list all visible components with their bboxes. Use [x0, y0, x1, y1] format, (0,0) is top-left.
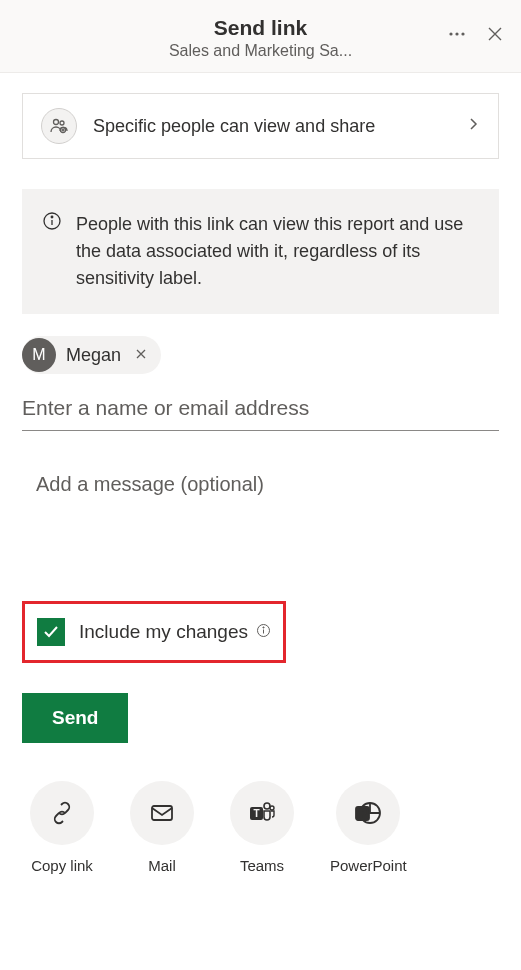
- remove-recipient-button[interactable]: [135, 348, 147, 363]
- ellipsis-icon: [447, 24, 467, 47]
- link-icon: [30, 781, 94, 845]
- more-options-button[interactable]: [447, 24, 467, 47]
- recipient-chip[interactable]: M Megan: [22, 336, 161, 374]
- info-banner: People with this link can view this repo…: [22, 189, 499, 314]
- chevron-right-icon: [466, 117, 480, 135]
- powerpoint-option[interactable]: P PowerPoint: [330, 781, 407, 874]
- recipient-chips: M Megan: [22, 336, 499, 374]
- share-options: Copy link Mail T Teams P PowerPoint: [22, 781, 499, 874]
- svg-point-14: [270, 806, 274, 810]
- svg-point-0: [449, 32, 452, 35]
- share-option-label: PowerPoint: [330, 857, 407, 874]
- svg-point-9: [263, 627, 264, 628]
- svg-rect-10: [152, 806, 172, 820]
- include-changes-checkbox[interactable]: Include my changes: [22, 601, 286, 663]
- document-name: Sales and Marketing Sa...: [169, 42, 352, 60]
- teams-option[interactable]: T Teams: [230, 781, 294, 874]
- include-changes-label: Include my changes: [79, 621, 248, 643]
- dialog-title: Send link: [169, 16, 352, 40]
- share-option-label: Mail: [148, 857, 176, 874]
- dialog-header: Send link Sales and Marketing Sa...: [0, 0, 521, 73]
- svg-point-3: [54, 120, 59, 125]
- info-icon[interactable]: [256, 621, 271, 643]
- recipient-input[interactable]: [22, 382, 499, 431]
- recipient-name: Megan: [66, 345, 121, 366]
- svg-point-13: [264, 803, 270, 809]
- send-button[interactable]: Send: [22, 693, 128, 743]
- mail-option[interactable]: Mail: [130, 781, 194, 874]
- share-option-label: Teams: [240, 857, 284, 874]
- close-button[interactable]: [485, 24, 505, 47]
- info-banner-text: People with this link can view this repo…: [76, 211, 479, 292]
- close-icon: [135, 348, 147, 363]
- powerpoint-icon: P: [336, 781, 400, 845]
- copy-link-option[interactable]: Copy link: [30, 781, 94, 874]
- mail-icon: [130, 781, 194, 845]
- svg-point-2: [461, 32, 464, 35]
- share-option-label: Copy link: [31, 857, 93, 874]
- info-icon: [42, 211, 62, 292]
- teams-icon: T: [230, 781, 294, 845]
- svg-point-4: [60, 121, 64, 125]
- link-settings-button[interactable]: Specific people can view and share: [22, 93, 499, 159]
- people-icon: [41, 108, 77, 144]
- svg-text:T: T: [253, 808, 259, 819]
- svg-point-7: [51, 216, 53, 218]
- recipient-avatar: M: [22, 338, 56, 372]
- message-input[interactable]: [22, 467, 499, 527]
- svg-point-1: [455, 32, 458, 35]
- svg-text:P: P: [360, 808, 367, 819]
- close-icon: [485, 24, 505, 47]
- link-settings-label: Specific people can view and share: [93, 116, 450, 137]
- checkbox-checked-icon: [37, 618, 65, 646]
